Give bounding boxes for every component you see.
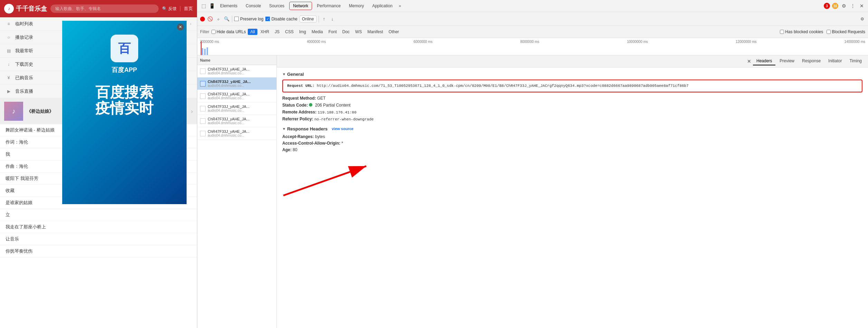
clear-button[interactable]: 🚫: [207, 16, 213, 22]
close-devtools-icon[interactable]: ✕: [858, 2, 865, 9]
request-item-4[interactable]: ChR47F33J_yAHE_JA... audio04.dmhmusic.co…: [197, 102, 276, 115]
remote-address-row: Remote Address: 119.188.176.41:80: [282, 110, 862, 115]
song-name: 让音乐: [6, 236, 191, 242]
filter-type-buttons: All XHR JS CSS Img Media Font Doc WS Man…: [248, 29, 401, 35]
nav-label-live: 音乐直播: [15, 88, 33, 94]
section-triangle-response[interactable]: ▼: [282, 127, 286, 131]
filter-bar: Filter Hide data URLs All XHR JS CSS Img…: [197, 26, 868, 38]
network-body: Name ChR47F33J_yAHE_JA... audio04.dmhmus…: [197, 55, 868, 328]
req-url-5: audio04.dmhmusic.co...: [208, 121, 274, 125]
blocked-cookies-toggle[interactable]: Has blocked cookies: [780, 29, 823, 34]
error-badge: 3: [824, 3, 830, 9]
request-list: Name ChR47F33J_yAHE_JA... audio04.dmhmus…: [197, 55, 277, 328]
filter-type-font[interactable]: Font: [326, 29, 339, 35]
blocked-cookies-checkbox[interactable]: [780, 30, 784, 34]
music-header: ♪ 千千音乐盒 🔍 反馈 首页: [0, 0, 197, 17]
toolbar-separator: [232, 16, 232, 22]
request-item-1[interactable]: ChR47F33J_yAHE_JA... audio04.dmhmusic.co…: [197, 65, 276, 78]
purchased-icon: ¥: [6, 75, 12, 81]
hide-data-urls-label: Hide data URLs: [217, 29, 246, 34]
remote-address-value: 119.188.176.41:80: [318, 110, 356, 115]
tab-console[interactable]: Console: [242, 2, 264, 10]
upload-icon[interactable]: ↑: [321, 16, 327, 22]
filter-type-doc[interactable]: Doc: [340, 29, 352, 35]
disable-cache-checkbox[interactable]: ✓: [265, 17, 270, 21]
filter-type-manifest[interactable]: Manifest: [365, 29, 385, 35]
request-method-label: Request Method:: [282, 96, 316, 101]
blocked-requests-toggle[interactable]: Blocked Requests: [827, 29, 865, 34]
request-item-2[interactable]: ChR47F33J_yAHE_JA... audio04.dmhmusic.co…: [197, 78, 276, 90]
preserve-log-toggle[interactable]: Preserve log: [234, 17, 263, 21]
ad-app-name: 百度APP: [112, 66, 137, 74]
hide-data-urls-checkbox[interactable]: [211, 30, 216, 34]
age-value: 80: [293, 147, 297, 152]
tab-sources[interactable]: Sources: [266, 2, 288, 10]
hide-data-urls-toggle[interactable]: Hide data URLs: [211, 29, 246, 34]
nav-arrow-playlist: ›: [190, 21, 191, 26]
request-item-3[interactable]: ChR47F33J_yAHE_JA... audio04.dmhmusic.co…: [197, 90, 276, 102]
more-tabs-button[interactable]: »: [397, 2, 403, 10]
device-icon[interactable]: 📱: [208, 2, 215, 9]
request-item-5[interactable]: ChR47F33J_yAHE_JA... audio04.dmhmusic.co…: [197, 115, 276, 127]
list-item[interactable]: 你抚琴奏忧伤: [0, 245, 197, 257]
filter-type-img[interactable]: Img: [297, 29, 309, 35]
download-icon[interactable]: ↓: [329, 16, 336, 22]
req-url-3: audio04.dmhmusic.co...: [208, 96, 274, 100]
home-link[interactable]: 首页: [184, 6, 193, 12]
search-network-button[interactable]: 🔍: [224, 16, 230, 22]
detail-tab-preview[interactable]: Preview: [776, 57, 798, 65]
filter-type-css[interactable]: CSS: [283, 29, 296, 35]
now-playing-arrow[interactable]: ›: [191, 108, 193, 115]
preserve-log-checkbox[interactable]: [234, 17, 239, 21]
filter-type-media[interactable]: Media: [309, 29, 326, 35]
status-code-value: 206 Partial Content: [315, 103, 351, 108]
music-logo-icon: ♪: [4, 4, 14, 13]
tab-application[interactable]: Application: [369, 2, 396, 10]
settings-icon[interactable]: ⚙: [840, 2, 847, 9]
nav-label-purchased: 已购音乐: [15, 75, 33, 81]
view-source-link[interactable]: view source: [332, 127, 353, 131]
disable-cache-toggle[interactable]: ✓ Disable cache: [265, 17, 297, 21]
detail-tab-timing[interactable]: Timing: [846, 57, 865, 65]
network-throttle-select[interactable]: Online: [300, 16, 317, 22]
request-item-6[interactable]: ChR47F33J_yAHE_JA... audio04.dmhmusic.co…: [197, 127, 276, 140]
access-control-value: *: [341, 141, 343, 146]
blocked-requests-checkbox[interactable]: [827, 30, 831, 34]
vertical-dots-icon[interactable]: ⋮: [849, 2, 856, 9]
warn-badge: 10: [832, 3, 838, 9]
search-input[interactable]: [50, 4, 159, 13]
tab-network[interactable]: Network: [289, 2, 312, 10]
ad-logo-char: 百: [118, 40, 131, 57]
song-name: 立: [6, 212, 191, 218]
tab-performance[interactable]: Performance: [313, 2, 344, 10]
req-info-4: ChR47F33J_yAHE_JA... audio04.dmhmusic.co…: [208, 104, 274, 112]
list-item[interactable]: 立: [0, 209, 197, 221]
filter-type-xhr[interactable]: XHR: [258, 29, 272, 35]
accept-ranges-label: Accept-Ranges:: [282, 134, 314, 139]
record-button[interactable]: [200, 17, 205, 21]
close-detail-button[interactable]: ✕: [746, 58, 752, 64]
filter-type-all[interactable]: All: [248, 29, 257, 35]
devtools-panel: ⬚ 📱 Elements Console Sources Network Per…: [197, 0, 868, 328]
filter-type-ws[interactable]: WS: [353, 29, 364, 35]
network-settings-icon[interactable]: ⚙: [859, 16, 865, 22]
live-icon: ▶: [6, 88, 12, 94]
inspect-icon[interactable]: ⬚: [200, 2, 207, 9]
tab-memory[interactable]: Memory: [346, 2, 367, 10]
request-url-value[interactable]: http://audio04.dmhmusic.com/71_53_T10052…: [317, 84, 689, 88]
search-button[interactable]: 🔍 反馈: [162, 6, 177, 12]
detail-tab-response[interactable]: Response: [799, 57, 824, 65]
nav-label-favorites: 我最常听: [15, 48, 33, 54]
filter-type-js[interactable]: JS: [272, 29, 282, 35]
detail-tab-headers[interactable]: Headers: [753, 57, 775, 65]
favorites-icon: ▤: [6, 48, 12, 54]
section-triangle-general[interactable]: ▼: [282, 72, 286, 76]
detail-tab-initiator[interactable]: Initiator: [825, 57, 845, 65]
tab-elements[interactable]: Elements: [217, 2, 241, 10]
list-item[interactable]: 我走在了那座小桥上: [0, 221, 197, 233]
referrer-policy-row: Referrer Policy: no-referrer-when-downgr…: [282, 117, 862, 121]
ad-close-button[interactable]: ✕: [177, 24, 184, 30]
list-item[interactable]: 让音乐: [0, 233, 197, 245]
filter-toggle-button[interactable]: ⬦: [215, 16, 221, 22]
filter-type-other[interactable]: Other: [386, 29, 402, 35]
